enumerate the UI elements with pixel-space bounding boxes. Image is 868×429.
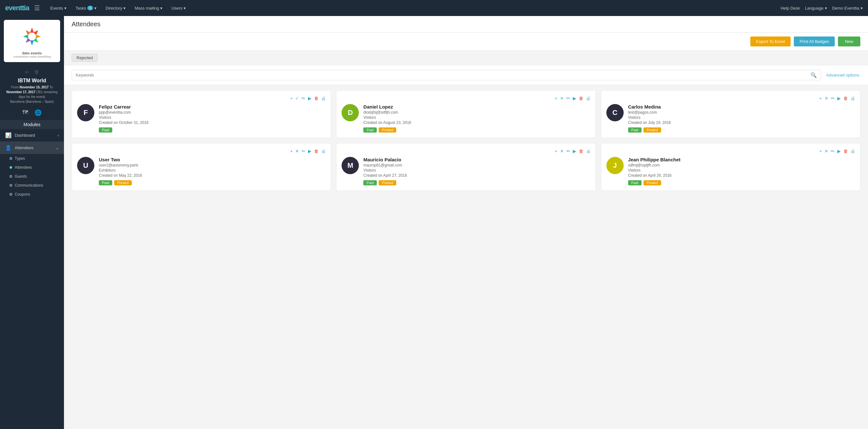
card-action-2[interactable]: ✏ <box>831 148 835 154</box>
card-action-2[interactable]: ✏ <box>302 148 305 154</box>
badge-paid: Paid <box>628 127 642 133</box>
card-action-4[interactable]: 🗑 <box>843 148 848 154</box>
dashboard-icon: 📊 <box>5 132 11 138</box>
svg-marker-5 <box>24 38 31 44</box>
card-info: Felipz Carrear ppp@eventtia.com Visitors… <box>99 104 326 133</box>
sidebar-item-coupons[interactable]: Coupons <box>9 190 64 199</box>
card-action-1[interactable]: ✓ <box>295 96 299 101</box>
card-action-0[interactable]: + <box>555 148 557 154</box>
rejected-filter-tag[interactable]: Rejected <box>72 54 97 62</box>
search-bar-row: 🔍 Advanced options. <box>64 65 868 85</box>
sidebar-item-dashboard[interactable]: 📊 Dashboard › <box>0 129 64 142</box>
nav-events[interactable]: Events ▾ <box>46 3 70 13</box>
card-action-3[interactable]: ▶ <box>837 148 841 154</box>
card-action-4[interactable]: 🗑 <box>843 96 848 101</box>
card-action-4[interactable]: 🗑 <box>314 96 318 101</box>
edit-event-icon[interactable]: ✏ <box>25 69 29 75</box>
dot-icon <box>9 184 12 187</box>
nav-mass-mailing[interactable]: Mass mailing ▾ <box>131 3 166 13</box>
avatar: U <box>77 157 94 174</box>
badge-printed: Printed <box>114 180 132 185</box>
card-action-5[interactable]: 🖨 <box>850 148 855 154</box>
globe-icon[interactable]: 🌐 <box>35 109 41 116</box>
demo-eventtia-menu[interactable]: Demo Eventtia ▾ <box>832 6 863 10</box>
card-action-1[interactable]: ✕ <box>560 96 564 101</box>
card-action-2[interactable]: ✏ <box>566 148 570 154</box>
card-action-1[interactable]: ✕ <box>295 148 299 154</box>
help-desk-link[interactable]: Help Desk <box>781 6 800 10</box>
card-actions-row: +✓✏▶🗑🖨 <box>77 96 326 101</box>
event-card: ibtm events connections mean everything <box>4 20 60 62</box>
new-attendee-button[interactable]: New <box>838 36 860 47</box>
card-action-0[interactable]: + <box>290 148 292 154</box>
search-input[interactable] <box>76 73 810 78</box>
badge-printed: Printed <box>644 180 661 185</box>
hamburger-menu[interactable]: ☰ <box>34 4 40 12</box>
sidebar-item-types[interactable]: Types <box>9 154 64 163</box>
card-action-0[interactable]: + <box>555 96 557 101</box>
card-body: M Mauricio Palacio maurop81@gmail.com Vi… <box>342 157 590 185</box>
sidebar-item-attendees[interactable]: 👤 Attendees ⌄ <box>0 142 64 154</box>
card-action-0[interactable]: + <box>290 96 292 101</box>
attendee-name: Daniel Lopez <box>363 104 590 110</box>
card-action-5[interactable]: 🖨 <box>586 96 590 101</box>
svg-marker-2 <box>36 35 41 38</box>
tasks-badge: 5 <box>87 6 93 10</box>
avatar: M <box>342 157 359 174</box>
top-navigation: eventtia ☰ Events ▾ Tasks 5 ▾ Directory … <box>0 0 868 16</box>
card-info: User Two user2@autonomy.paris Exhibitors… <box>99 157 326 185</box>
card-action-3[interactable]: ▶ <box>573 148 576 154</box>
attendee-name: Carlos Medina <box>628 104 855 110</box>
attendee-card: +✕✏▶🗑🖨 C Carlos Medina test@pagos.com Vi… <box>601 90 860 138</box>
card-action-1[interactable]: ✕ <box>825 148 828 154</box>
sidebar-item-guests[interactable]: Guests <box>9 172 64 181</box>
delete-event-icon[interactable]: 🗑 <box>34 69 39 75</box>
card-action-3[interactable]: ▶ <box>308 96 311 101</box>
attendees-submenu: Types Attendees Guests Communications Co… <box>0 154 64 199</box>
card-action-0[interactable]: + <box>819 148 822 154</box>
attendee-card: +✕✏▶🗑🖨 M Mauricio Palacio maurop81@gmail… <box>336 143 595 191</box>
card-action-1[interactable]: ✕ <box>825 96 828 101</box>
attendee-name: Felipz Carrear <box>99 104 326 110</box>
attendee-name: Jean Philippe Blanchet <box>628 157 855 162</box>
card-action-4[interactable]: 🗑 <box>579 148 583 154</box>
export-excel-button[interactable]: Export To Excel <box>750 36 790 47</box>
card-action-5[interactable]: 🖨 <box>586 148 590 154</box>
card-action-2[interactable]: ✏ <box>302 96 305 101</box>
card-action-3[interactable]: ▶ <box>837 96 841 101</box>
card-action-5[interactable]: 🖨 <box>850 96 855 101</box>
card-action-3[interactable]: ▶ <box>308 148 311 154</box>
language-selector[interactable]: Language ▾ <box>805 6 827 10</box>
event-logo-svg <box>22 27 41 46</box>
card-action-4[interactable]: 🗑 <box>579 96 583 101</box>
nav-tasks[interactable]: Tasks 5 ▾ <box>72 3 100 13</box>
main-layout: ibtm events connections mean everything … <box>0 16 868 429</box>
card-info: Daniel Lopez dlodqfoj@sdfljh.com Visitor… <box>363 104 590 133</box>
attendee-badges: PaidPrinted <box>99 180 326 185</box>
card-action-2[interactable]: ✏ <box>566 96 570 101</box>
card-action-3[interactable]: ▶ <box>573 96 576 101</box>
card-action-0[interactable]: + <box>819 96 822 101</box>
card-action-2[interactable]: ✏ <box>831 96 835 101</box>
page-title: Attendees <box>72 21 860 28</box>
card-action-1[interactable]: ✕ <box>560 148 564 154</box>
map-icon[interactable]: 🗺 <box>22 109 28 116</box>
card-action-5[interactable]: 🖨 <box>321 96 326 101</box>
advanced-options-link[interactable]: Advanced options. <box>826 73 860 78</box>
card-actions-row: +✕✏▶🗑🖨 <box>607 148 855 154</box>
attendee-email: user2@autonomy.paris <box>99 163 326 167</box>
card-action-5[interactable]: 🖨 <box>321 148 326 154</box>
sidebar-item-attendees-sub[interactable]: Attendees <box>9 163 64 172</box>
card-actions-row: +✕✏▶🗑🖨 <box>342 148 590 154</box>
attendee-email: ppp@eventtia.com <box>99 110 326 115</box>
card-action-4[interactable]: 🗑 <box>314 148 318 154</box>
attendee-name: Mauricio Palacio <box>363 157 590 162</box>
logo-text: eventtia <box>5 4 29 12</box>
dot-icon <box>9 157 12 160</box>
nav-directory[interactable]: Directory ▾ <box>102 3 129 13</box>
avatar: D <box>342 104 359 121</box>
nav-users[interactable]: Users ▾ <box>167 3 190 13</box>
sidebar-item-communications[interactable]: Communications <box>9 181 64 190</box>
badge-printed: Printed <box>644 127 661 133</box>
print-badges-button[interactable]: Print All Badges <box>794 36 835 47</box>
